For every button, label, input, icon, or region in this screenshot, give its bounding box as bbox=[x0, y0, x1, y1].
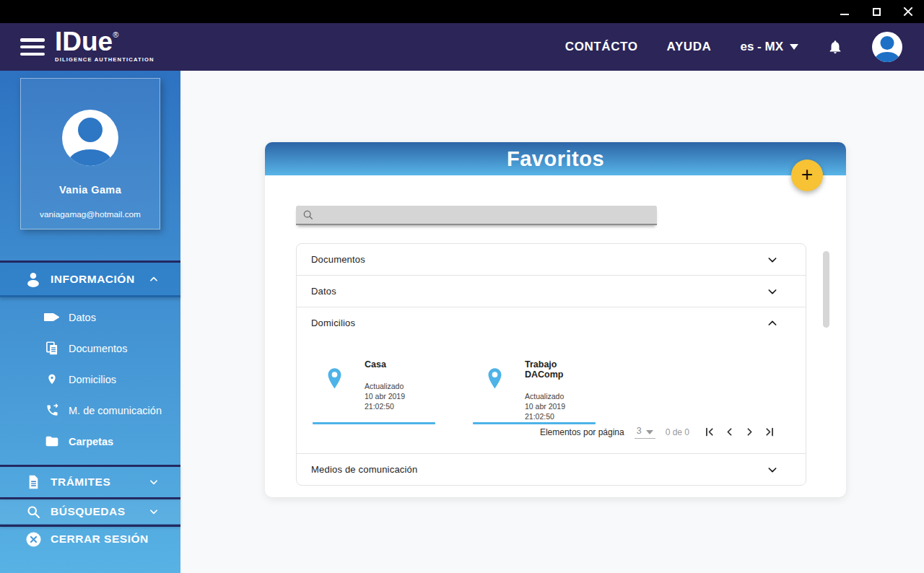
tile-underline bbox=[313, 422, 435, 424]
favorites-accordion: Documentos Datos Domicilios bbox=[296, 243, 806, 486]
search-icon bbox=[25, 504, 42, 520]
minimize-icon[interactable] bbox=[839, 6, 850, 17]
menu-icon[interactable] bbox=[20, 38, 45, 56]
updated-timestamp: 10 abr 2019 21:02:50 bbox=[365, 391, 435, 411]
accordion-row-documentos[interactable]: Documentos bbox=[296, 243, 806, 276]
sidebar-item-label: Carpetas bbox=[69, 436, 113, 447]
page-title: Favoritos bbox=[265, 142, 846, 175]
sidebar-item-comunicacion[interactable]: M. de comunicación bbox=[0, 395, 180, 426]
updated-label: Actualizado bbox=[365, 381, 435, 391]
updated-timestamp: 10 abr 2019 21:02:50 bbox=[525, 401, 596, 421]
sidebar-section-informacion[interactable]: INFORMACIÓN bbox=[0, 261, 180, 297]
domicilios-list: Casa Actualizado 10 abr 2019 21:02:50 bbox=[297, 338, 806, 424]
chevron-down-icon bbox=[646, 430, 653, 434]
sidebar-item-label: M. de comunicación bbox=[69, 405, 162, 416]
profile-name: Vania Gama bbox=[21, 184, 160, 196]
domicilio-tile-casa[interactable]: Casa Actualizado 10 abr 2019 21:02:50 bbox=[313, 357, 435, 424]
profile-avatar bbox=[62, 110, 118, 166]
sidebar: Vania Gama vaniagamag@hotmail.com INFORM… bbox=[0, 71, 180, 573]
chevron-down-icon bbox=[149, 507, 159, 517]
sidebar-item-datos[interactable]: Datos bbox=[0, 302, 180, 333]
updated-label: Actualizado bbox=[525, 391, 596, 401]
accordion-row-domicilios[interactable]: Domicilios bbox=[296, 307, 806, 338]
close-icon[interactable] bbox=[902, 6, 914, 17]
maximize-icon[interactable] bbox=[871, 6, 882, 17]
sidebar-section-label: INFORMACIÓN bbox=[51, 273, 135, 286]
accordion-label: Documentos bbox=[311, 254, 365, 265]
previous-page-icon[interactable] bbox=[723, 425, 736, 439]
chevron-down-icon bbox=[767, 464, 778, 476]
nav-ayuda[interactable]: AYUDA bbox=[667, 40, 712, 54]
search-icon bbox=[302, 209, 314, 221]
nav-contacto[interactable]: CONTÁCTO bbox=[565, 40, 638, 54]
pin-icon bbox=[43, 372, 61, 386]
chevron-up-icon bbox=[767, 318, 778, 329]
person-icon bbox=[25, 271, 42, 287]
copy-icon bbox=[43, 341, 61, 356]
sidebar-section-tramites[interactable]: TRÁMITES bbox=[0, 465, 180, 497]
sidebar-item-label: Domicilios bbox=[69, 374, 116, 385]
chevron-down-icon bbox=[767, 286, 778, 297]
paginator: Elementos por página 3 0 de 0 bbox=[540, 425, 777, 439]
domicilio-title: Casa bbox=[365, 357, 435, 369]
logo-title: IDue bbox=[55, 27, 113, 56]
domicilio-title: Trabajo DAComp bbox=[525, 357, 596, 380]
profile-card: Vania Gama vaniagamag@hotmail.com bbox=[20, 78, 160, 229]
user-avatar[interactable] bbox=[872, 32, 902, 62]
logo-tagline: DILIGENCE AUTHENTICATION bbox=[55, 56, 154, 63]
folder-icon bbox=[43, 435, 61, 447]
chevron-down-icon bbox=[790, 44, 798, 50]
chevron-up-icon bbox=[149, 274, 159, 284]
main-content: Favoritos + Documentos Datos bbox=[180, 71, 924, 573]
app-logo: IDue® DILIGENCE AUTHENTICATION bbox=[55, 28, 154, 63]
sidebar-item-documentos[interactable]: Documentos bbox=[0, 333, 180, 364]
favorites-card-header: Favoritos bbox=[265, 142, 846, 175]
sidebar-item-label: Documentos bbox=[69, 343, 127, 354]
favorites-card: Favoritos + Documentos Datos bbox=[265, 142, 846, 497]
search-box[interactable] bbox=[296, 206, 657, 225]
bell-icon[interactable] bbox=[827, 39, 843, 55]
items-per-page-label: Elementos por página bbox=[540, 427, 624, 437]
language-selector[interactable]: es - MX bbox=[740, 40, 798, 54]
document-icon bbox=[25, 475, 42, 489]
add-favorite-button[interactable]: + bbox=[791, 159, 823, 191]
domicilio-tile-trabajo[interactable]: Trabajo DAComp Actualizado 10 abr 2019 2… bbox=[473, 357, 596, 424]
accordion-label: Medios de comunicación bbox=[311, 464, 417, 475]
domicilio-meta: Actualizado 10 abr 2019 21:02:50 bbox=[365, 381, 435, 412]
profile-email: vaniagamag@hotmail.com bbox=[21, 209, 160, 219]
app-header: IDue® DILIGENCE AUTHENTICATION CONTÁCTO … bbox=[0, 23, 924, 71]
tile-underline bbox=[473, 422, 596, 424]
sidebar-item-label: Datos bbox=[69, 312, 96, 323]
accordion-label: Datos bbox=[311, 286, 336, 297]
header-nav: CONTÁCTO AYUDA es - MX bbox=[565, 23, 924, 71]
page-size-select[interactable]: 3 bbox=[635, 426, 655, 439]
first-page-icon[interactable] bbox=[702, 425, 716, 439]
logout-button[interactable]: CERRAR SESIÓN bbox=[0, 525, 180, 551]
sidebar-section-busquedas[interactable]: BÚSQUEDAS bbox=[0, 497, 180, 525]
scrollbar-thumb[interactable] bbox=[823, 251, 829, 328]
pin-icon bbox=[325, 367, 344, 395]
sidebar-submenu: Datos Documentos Domicilios M. de comuni… bbox=[0, 302, 180, 457]
pin-icon bbox=[485, 367, 505, 395]
sidebar-item-carpetas[interactable]: Carpetas bbox=[0, 426, 180, 457]
sidebar-item-domicilios[interactable]: Domicilios bbox=[0, 364, 180, 395]
next-page-icon[interactable] bbox=[743, 425, 757, 439]
chevron-down-icon bbox=[149, 477, 159, 487]
close-circle-icon bbox=[25, 531, 42, 548]
domicilio-meta: Actualizado 10 abr 2019 21:02:50 bbox=[525, 391, 596, 422]
sidebar-section-label: TRÁMITES bbox=[51, 476, 110, 489]
os-titlebar bbox=[0, 0, 924, 23]
page-range-label: 0 de 0 bbox=[666, 427, 689, 437]
search-input[interactable] bbox=[319, 206, 650, 224]
accordion-row-datos[interactable]: Datos bbox=[296, 275, 806, 307]
tag-icon bbox=[43, 312, 61, 323]
registered-mark: ® bbox=[113, 30, 118, 39]
accordion-label: Domicilios bbox=[311, 318, 355, 328]
logout-label: CERRAR SESIÓN bbox=[51, 533, 149, 546]
app-window: IDue® DILIGENCE AUTHENTICATION CONTÁCTO … bbox=[0, 0, 924, 573]
accordion-row-medios[interactable]: Medios de comunicación bbox=[296, 453, 806, 486]
chevron-down-icon bbox=[767, 254, 778, 266]
page-size-value: 3 bbox=[637, 426, 642, 436]
last-page-icon[interactable] bbox=[763, 425, 777, 439]
domicilios-panel: Casa Actualizado 10 abr 2019 21:02:50 bbox=[296, 338, 806, 454]
